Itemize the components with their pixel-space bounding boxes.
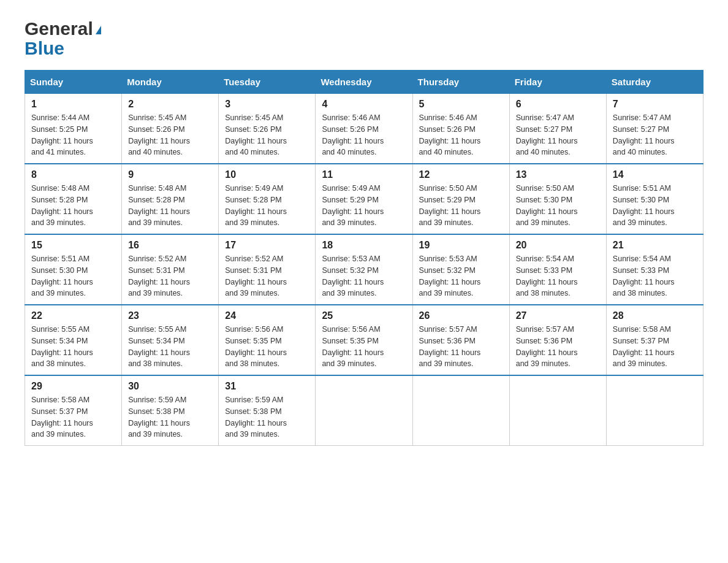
day-info: Sunrise: 5:57 AM Sunset: 5:36 PM Dayligh… xyxy=(516,324,600,370)
logo: General Blue xyxy=(25,18,101,58)
calendar-cell: 12 Sunrise: 5:50 AM Sunset: 5:29 PM Dayl… xyxy=(412,164,509,234)
day-number: 14 xyxy=(613,169,697,180)
calendar-cell xyxy=(412,375,509,446)
calendar-cell: 31 Sunrise: 5:59 AM Sunset: 5:38 PM Dayl… xyxy=(219,375,316,446)
day-info: Sunrise: 5:49 AM Sunset: 5:28 PM Dayligh… xyxy=(225,183,309,229)
calendar-cell: 27 Sunrise: 5:57 AM Sunset: 5:36 PM Dayl… xyxy=(509,305,606,375)
calendar-cell: 13 Sunrise: 5:50 AM Sunset: 5:30 PM Dayl… xyxy=(509,164,606,234)
day-info: Sunrise: 5:46 AM Sunset: 5:26 PM Dayligh… xyxy=(419,112,503,158)
calendar-cell: 7 Sunrise: 5:47 AM Sunset: 5:27 PM Dayli… xyxy=(606,94,703,164)
calendar-week-row: 1 Sunrise: 5:44 AM Sunset: 5:25 PM Dayli… xyxy=(25,94,703,164)
column-header-saturday: Saturday xyxy=(606,71,703,94)
day-info: Sunrise: 5:54 AM Sunset: 5:33 PM Dayligh… xyxy=(516,253,600,299)
day-info: Sunrise: 5:55 AM Sunset: 5:34 PM Dayligh… xyxy=(31,324,115,370)
day-number: 26 xyxy=(419,310,503,321)
day-number: 11 xyxy=(322,169,406,180)
calendar-cell: 22 Sunrise: 5:55 AM Sunset: 5:34 PM Dayl… xyxy=(25,305,122,375)
day-info: Sunrise: 5:50 AM Sunset: 5:29 PM Dayligh… xyxy=(419,183,503,229)
calendar-cell: 14 Sunrise: 5:51 AM Sunset: 5:30 PM Dayl… xyxy=(606,164,703,234)
logo-general-text: General xyxy=(25,18,93,39)
calendar-cell: 4 Sunrise: 5:46 AM Sunset: 5:26 PM Dayli… xyxy=(316,94,412,164)
day-number: 3 xyxy=(225,99,309,110)
calendar-table: SundayMondayTuesdayWednesdayThursdayFrid… xyxy=(25,70,703,446)
column-header-monday: Monday xyxy=(122,71,219,94)
day-number: 5 xyxy=(419,99,503,110)
day-info: Sunrise: 5:58 AM Sunset: 5:37 PM Dayligh… xyxy=(31,394,115,440)
day-number: 21 xyxy=(613,240,697,251)
calendar-cell: 15 Sunrise: 5:51 AM Sunset: 5:30 PM Dayl… xyxy=(25,234,122,305)
day-info: Sunrise: 5:58 AM Sunset: 5:37 PM Dayligh… xyxy=(613,324,697,370)
day-number: 6 xyxy=(516,99,600,110)
day-info: Sunrise: 5:56 AM Sunset: 5:35 PM Dayligh… xyxy=(225,324,309,370)
column-header-wednesday: Wednesday xyxy=(316,71,412,94)
calendar-week-row: 15 Sunrise: 5:51 AM Sunset: 5:30 PM Dayl… xyxy=(25,234,703,305)
day-number: 12 xyxy=(419,169,503,180)
day-info: Sunrise: 5:55 AM Sunset: 5:34 PM Dayligh… xyxy=(128,324,212,370)
calendar-cell: 24 Sunrise: 5:56 AM Sunset: 5:35 PM Dayl… xyxy=(219,305,316,375)
day-number: 23 xyxy=(128,310,212,321)
calendar-cell xyxy=(509,375,606,446)
calendar-week-row: 8 Sunrise: 5:48 AM Sunset: 5:28 PM Dayli… xyxy=(25,164,703,234)
calendar-cell: 23 Sunrise: 5:55 AM Sunset: 5:34 PM Dayl… xyxy=(122,305,219,375)
day-number: 25 xyxy=(322,310,406,321)
calendar-cell: 1 Sunrise: 5:44 AM Sunset: 5:25 PM Dayli… xyxy=(25,94,122,164)
day-number: 8 xyxy=(31,169,115,180)
day-info: Sunrise: 5:49 AM Sunset: 5:29 PM Dayligh… xyxy=(322,183,406,229)
day-number: 20 xyxy=(516,240,600,251)
day-info: Sunrise: 5:52 AM Sunset: 5:31 PM Dayligh… xyxy=(225,253,309,299)
logo-blue-text: Blue xyxy=(25,39,64,58)
logo-triangle-icon xyxy=(96,26,101,34)
day-info: Sunrise: 5:48 AM Sunset: 5:28 PM Dayligh… xyxy=(128,183,212,229)
day-info: Sunrise: 5:54 AM Sunset: 5:33 PM Dayligh… xyxy=(613,253,697,299)
day-info: Sunrise: 5:46 AM Sunset: 5:26 PM Dayligh… xyxy=(322,112,406,158)
calendar-cell: 8 Sunrise: 5:48 AM Sunset: 5:28 PM Dayli… xyxy=(25,164,122,234)
day-info: Sunrise: 5:53 AM Sunset: 5:32 PM Dayligh… xyxy=(419,253,503,299)
calendar-cell: 3 Sunrise: 5:45 AM Sunset: 5:26 PM Dayli… xyxy=(219,94,316,164)
day-info: Sunrise: 5:56 AM Sunset: 5:35 PM Dayligh… xyxy=(322,324,406,370)
day-info: Sunrise: 5:47 AM Sunset: 5:27 PM Dayligh… xyxy=(516,112,600,158)
day-number: 24 xyxy=(225,310,309,321)
calendar-cell: 26 Sunrise: 5:57 AM Sunset: 5:36 PM Dayl… xyxy=(412,305,509,375)
day-info: Sunrise: 5:53 AM Sunset: 5:32 PM Dayligh… xyxy=(322,253,406,299)
calendar-cell: 20 Sunrise: 5:54 AM Sunset: 5:33 PM Dayl… xyxy=(509,234,606,305)
day-info: Sunrise: 5:59 AM Sunset: 5:38 PM Dayligh… xyxy=(225,394,309,440)
calendar-cell: 30 Sunrise: 5:59 AM Sunset: 5:38 PM Dayl… xyxy=(122,375,219,446)
day-number: 2 xyxy=(128,99,212,110)
page-header: General Blue xyxy=(25,18,703,58)
day-info: Sunrise: 5:48 AM Sunset: 5:28 PM Dayligh… xyxy=(31,183,115,229)
column-header-tuesday: Tuesday xyxy=(219,71,316,94)
calendar-cell xyxy=(316,375,412,446)
day-number: 15 xyxy=(31,240,115,251)
day-number: 17 xyxy=(225,240,309,251)
day-number: 1 xyxy=(31,99,115,110)
day-number: 10 xyxy=(225,169,309,180)
day-number: 31 xyxy=(225,381,309,392)
day-info: Sunrise: 5:51 AM Sunset: 5:30 PM Dayligh… xyxy=(613,183,697,229)
calendar-cell: 19 Sunrise: 5:53 AM Sunset: 5:32 PM Dayl… xyxy=(412,234,509,305)
day-number: 29 xyxy=(31,381,115,392)
calendar-cell: 18 Sunrise: 5:53 AM Sunset: 5:32 PM Dayl… xyxy=(316,234,412,305)
day-info: Sunrise: 5:50 AM Sunset: 5:30 PM Dayligh… xyxy=(516,183,600,229)
day-info: Sunrise: 5:45 AM Sunset: 5:26 PM Dayligh… xyxy=(128,112,212,158)
day-number: 27 xyxy=(516,310,600,321)
day-number: 30 xyxy=(128,381,212,392)
day-info: Sunrise: 5:52 AM Sunset: 5:31 PM Dayligh… xyxy=(128,253,212,299)
day-number: 16 xyxy=(128,240,212,251)
calendar-week-row: 22 Sunrise: 5:55 AM Sunset: 5:34 PM Dayl… xyxy=(25,305,703,375)
day-number: 4 xyxy=(322,99,406,110)
calendar-cell: 21 Sunrise: 5:54 AM Sunset: 5:33 PM Dayl… xyxy=(606,234,703,305)
day-number: 9 xyxy=(128,169,212,180)
calendar-cell: 5 Sunrise: 5:46 AM Sunset: 5:26 PM Dayli… xyxy=(412,94,509,164)
day-info: Sunrise: 5:47 AM Sunset: 5:27 PM Dayligh… xyxy=(613,112,697,158)
calendar-cell: 11 Sunrise: 5:49 AM Sunset: 5:29 PM Dayl… xyxy=(316,164,412,234)
day-number: 13 xyxy=(516,169,600,180)
calendar-week-row: 29 Sunrise: 5:58 AM Sunset: 5:37 PM Dayl… xyxy=(25,375,703,446)
calendar-cell: 9 Sunrise: 5:48 AM Sunset: 5:28 PM Dayli… xyxy=(122,164,219,234)
day-info: Sunrise: 5:51 AM Sunset: 5:30 PM Dayligh… xyxy=(31,253,115,299)
day-number: 18 xyxy=(322,240,406,251)
calendar-cell: 29 Sunrise: 5:58 AM Sunset: 5:37 PM Dayl… xyxy=(25,375,122,446)
column-header-friday: Friday xyxy=(509,71,606,94)
day-number: 19 xyxy=(419,240,503,251)
calendar-cell: 16 Sunrise: 5:52 AM Sunset: 5:31 PM Dayl… xyxy=(122,234,219,305)
day-number: 28 xyxy=(613,310,697,321)
